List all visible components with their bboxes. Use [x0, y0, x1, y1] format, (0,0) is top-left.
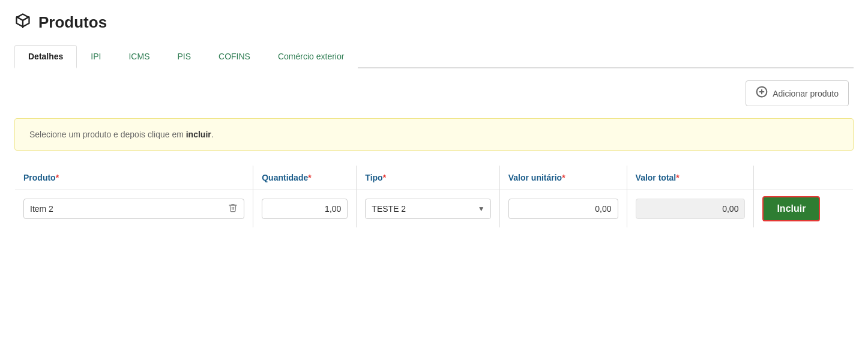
info-banner: Selecione um produto e depois clique em …: [14, 118, 854, 151]
col-header-valor-total: Valor total*: [627, 166, 754, 190]
produto-field-wrapper: Item 2: [23, 199, 244, 219]
quantidade-input[interactable]: [262, 199, 348, 219]
valor-unitario-input[interactable]: [508, 199, 618, 219]
col-header-produto: Produto*: [15, 166, 253, 190]
required-star-tipo: *: [383, 173, 386, 182]
tab-ipi[interactable]: IPI: [77, 45, 115, 68]
required-star-vu: *: [562, 173, 565, 182]
col-header-action: [754, 166, 854, 190]
tabs-bar: Detalhes IPI ICMS PIS COFINS Comércio ex…: [14, 44, 854, 68]
tipo-select[interactable]: TESTE 2: [365, 199, 490, 219]
content-area: Adicionar produto Selecione um produto e…: [14, 68, 854, 240]
cell-tipo: TESTE 2 ▼: [357, 190, 499, 228]
page-header: Produtos: [14, 12, 854, 33]
tipo-select-wrapper: TESTE 2 ▼: [365, 199, 490, 219]
product-table: Produto* Quantidade* Tipo* Valor unitári…: [14, 165, 854, 228]
cube-icon: [14, 12, 31, 33]
add-product-label: Adicionar produto: [773, 89, 839, 98]
cell-produto: Item 2: [15, 190, 253, 228]
banner-text-bold: incluir: [186, 130, 211, 139]
table-row: Item 2: [15, 190, 854, 228]
banner-text-before: Selecione um produto e depois clique em: [29, 130, 186, 139]
banner-text-after: .: [211, 130, 214, 139]
required-star-qty: *: [308, 173, 311, 182]
cell-quantidade: [253, 190, 357, 228]
plus-circle-icon: [756, 86, 768, 101]
tab-icms[interactable]: ICMS: [115, 45, 163, 68]
required-star-vt: *: [676, 173, 679, 182]
col-header-valor-unitario: Valor unitário*: [499, 166, 627, 190]
toolbar-row: Adicionar produto: [14, 80, 854, 106]
page-title: Produtos: [38, 13, 107, 32]
valor-total-input: [636, 199, 746, 219]
cell-valor-total: [627, 190, 754, 228]
tab-cofins[interactable]: COFINS: [205, 45, 264, 68]
cell-action: Incluir: [754, 190, 854, 228]
add-product-button[interactable]: Adicionar produto: [746, 80, 849, 106]
delete-product-icon[interactable]: [228, 203, 238, 215]
tab-detalhes[interactable]: Detalhes: [14, 45, 77, 68]
col-header-quantidade: Quantidade*: [253, 166, 357, 190]
required-star-produto: *: [56, 173, 59, 182]
tab-comercio-exterior[interactable]: Comércio exterior: [264, 45, 358, 68]
incluir-button[interactable]: Incluir: [762, 196, 820, 221]
cell-valor-unitario: [499, 190, 627, 228]
tab-pis[interactable]: PIS: [163, 45, 205, 68]
col-header-tipo: Tipo*: [357, 166, 499, 190]
produto-value: Item 2: [30, 204, 223, 214]
